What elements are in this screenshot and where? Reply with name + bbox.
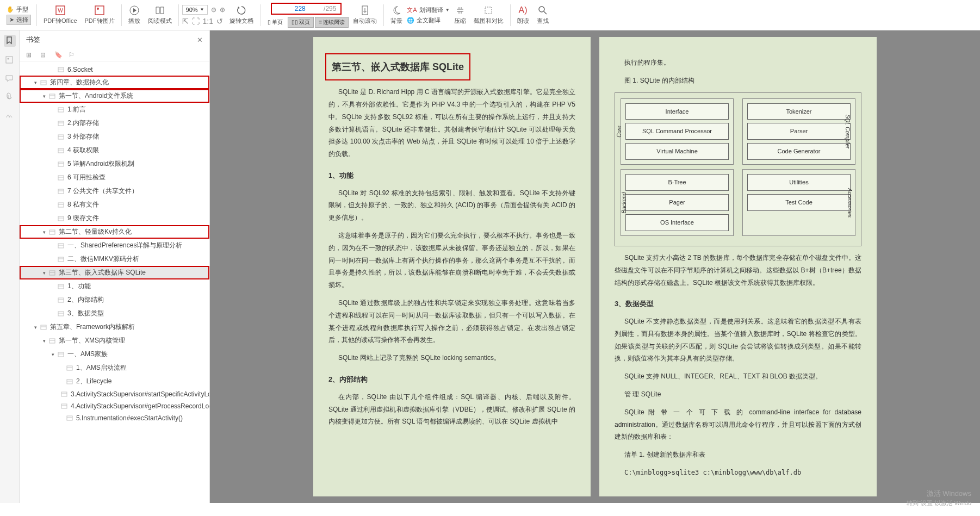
main-area: 书签 ✕ ⊞ ⊟ 🔖 ⚐ 6.Socket▾第四章、数据持久化▾第一节、Andr… [0, 30, 980, 503]
bookmark-item[interactable]: 一、SharedPreferences详解与原理分析 [20, 239, 209, 252]
toggle-icon[interactable] [50, 202, 55, 208]
hand-tool[interactable]: ✋手型 [7, 5, 31, 14]
toggle-icon[interactable]: ▾ [41, 229, 47, 235]
toggle-icon[interactable]: ▾ [41, 94, 47, 99]
bookmark-item[interactable]: 4.ActivityStackSupervisor#getProcessReco… [20, 400, 209, 412]
crop-compare[interactable]: 截图和对比 [470, 4, 507, 26]
toggle-icon[interactable]: ▾ [41, 270, 47, 276]
play-button[interactable]: 播放 [125, 4, 144, 26]
rotate-icon [236, 5, 247, 16]
toggle-icon[interactable] [59, 415, 64, 421]
bookmark-item[interactable]: 二、微信MMKV源码分析 [20, 252, 209, 266]
toggle-icon[interactable] [50, 67, 55, 72]
toggle-icon[interactable] [50, 161, 55, 167]
toggle-icon[interactable] [50, 121, 55, 126]
bookmark-item[interactable]: ▾第一节、Android文件系统 [20, 89, 209, 103]
zoom-out-icon[interactable]: ⊖ [211, 6, 216, 14]
bookmark-flag-icon[interactable]: ⚐ [69, 51, 76, 59]
attachment-tab-icon[interactable] [5, 92, 15, 102]
bookmark-node-icon [49, 270, 55, 276]
close-icon[interactable]: ✕ [197, 36, 203, 44]
bookmark-item[interactable]: ▾第三节、嵌入式数据库 SQLite [20, 266, 209, 279]
bookmark-item[interactable]: ▾第二节、轻量级Kv持久化 [20, 225, 209, 239]
zoom-in-icon[interactable]: ⊕ [220, 6, 225, 14]
collapse-all-icon[interactable]: ⊟ [40, 51, 48, 59]
bookmark-item[interactable]: 7 公共文件（共享文件） [20, 184, 209, 198]
find[interactable]: 查找 [534, 4, 552, 26]
bookmark-item[interactable]: 2、Lifecycle [20, 375, 209, 388]
zoom-select[interactable]: 90%▼ [182, 5, 208, 15]
add-bookmark-icon[interactable]: 🔖 [54, 51, 62, 59]
toggle-icon[interactable]: ▾ [33, 80, 38, 85]
document-view[interactable]: 第三节、嵌入式数据库 SQLite SQLite 是 D. Richard Hi… [210, 30, 980, 503]
select-tool[interactable]: ➤选择 [7, 15, 31, 25]
continuous-read[interactable]: ≡连续阅读 [315, 17, 349, 28]
bookmark-item[interactable]: 3.ActivityStackSupervisor#startSpecificA… [20, 388, 209, 400]
bookmark-item[interactable]: 1、功能 [20, 279, 209, 293]
bookmark-item[interactable]: ▾一、AMS家族 [20, 347, 209, 361]
full-translate[interactable]: 🌐全文翻译 [407, 16, 449, 24]
toggle-icon[interactable] [50, 148, 55, 153]
toggle-icon[interactable] [59, 365, 64, 371]
word-translate[interactable]: 文A划词翻译▼ [407, 6, 449, 14]
svg-rect-20 [58, 135, 64, 139]
fit-page-icon[interactable]: ⛶ [192, 17, 200, 26]
bookmark-item[interactable]: 6.Socket [20, 64, 209, 76]
bookmark-item[interactable]: 6 可用性检查 [20, 171, 209, 184]
bookmark-item[interactable]: 1.前言 [20, 103, 209, 116]
bookmark-item[interactable]: 5 详解Android权限机制 [20, 157, 209, 171]
bookmark-node-icon [58, 161, 64, 167]
toggle-icon[interactable] [50, 216, 55, 221]
bookmark-item[interactable]: ▾第一节、XMS内核管理 [20, 334, 209, 347]
double-page[interactable]: ▯▯双页 [288, 17, 314, 28]
bookmark-item[interactable]: 2、内部结构 [20, 293, 209, 307]
bookmark-item[interactable]: ▾第五章、Framework内核解析 [20, 320, 209, 334]
single-page[interactable]: ▯单页 [264, 17, 287, 28]
bookmark-item[interactable]: 8 私有文件 [20, 198, 209, 212]
read-aloud[interactable]: A)朗读 [514, 4, 532, 26]
page-input[interactable]: 228/295 [271, 3, 342, 15]
thumbnail-tab-icon[interactable] [5, 55, 15, 65]
compress[interactable]: 压缩 [451, 4, 469, 26]
toggle-icon[interactable] [50, 297, 55, 303]
bookmark-item[interactable]: 1、AMS启动流程 [20, 361, 209, 375]
toggle-icon[interactable]: ▾ [50, 352, 55, 357]
toggle-icon[interactable] [50, 134, 55, 140]
toggle-icon[interactable] [50, 189, 55, 194]
bookmark-tab-icon[interactable] [4, 35, 16, 47]
auto-scroll[interactable]: 自动滚动 [350, 4, 380, 26]
bookmark-item[interactable]: 3 外部存储 [20, 130, 209, 144]
bookmark-item[interactable]: 3、数据类型 [20, 307, 209, 320]
word-icon: W [55, 5, 66, 16]
bookmark-item[interactable]: 5.Instrumentation#execStartActivity() [20, 412, 209, 424]
background[interactable]: 背景 [387, 4, 406, 26]
bookmark-label: 3.ActivityStackSupervisor#startSpecificA… [71, 390, 209, 398]
toggle-icon[interactable] [50, 311, 55, 316]
toggle-icon[interactable] [50, 175, 55, 181]
toggle-icon[interactable]: ▾ [41, 338, 47, 344]
expand-all-icon[interactable]: ⊞ [26, 51, 34, 59]
comment-tab-icon[interactable] [5, 74, 15, 84]
paragraph: SQLite 通过数据库级上的独占性和共享锁定来实现独立事务处理。这意味着当多个… [328, 297, 575, 346]
toggle-icon[interactable] [59, 379, 64, 384]
bookmark-item[interactable]: ▾第四章、数据持久化 [20, 76, 209, 89]
bookmark-label: 1.前言 [67, 105, 86, 114]
rotate-left-icon[interactable]: ↺ [216, 17, 223, 26]
actual-size-icon[interactable]: 1:1 [203, 17, 213, 26]
rotate-doc[interactable]: 旋转文档 [226, 4, 257, 26]
bookmark-item[interactable]: 2.内部存储 [20, 116, 209, 130]
pdf-to-office[interactable]: WPDF转Office [40, 4, 80, 26]
fit-width-icon[interactable]: ⇱ [182, 17, 189, 26]
toggle-icon[interactable] [50, 243, 55, 248]
heading: 3、数据类型 [615, 297, 861, 311]
read-mode[interactable]: 阅读模式 [145, 4, 175, 26]
toggle-icon[interactable] [50, 107, 55, 113]
bookmark-item[interactable]: 9 缓存文件 [20, 212, 209, 225]
toggle-icon[interactable] [50, 284, 55, 289]
signature-tab-icon[interactable] [5, 111, 15, 121]
toggle-icon[interactable] [50, 257, 55, 262]
bookmark-item[interactable]: 4 获取权限 [20, 144, 209, 157]
bookmark-tree[interactable]: 6.Socket▾第四章、数据持久化▾第一节、Android文件系统1.前言2.… [20, 61, 209, 503]
toggle-icon[interactable]: ▾ [33, 325, 38, 330]
pdf-to-image[interactable]: PDF转图片 [82, 4, 118, 26]
